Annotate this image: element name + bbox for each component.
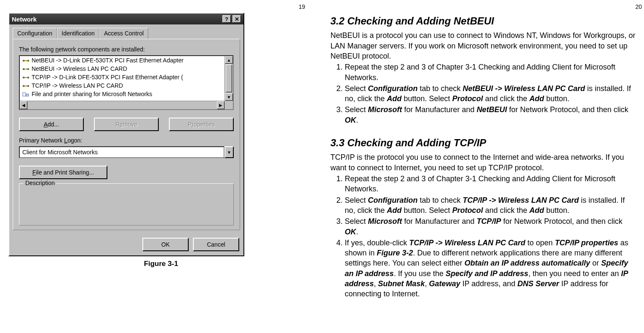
svg-rect-7 [27, 85, 29, 87]
heading-3-2: 3.2 Checking and Adding NetBEUI [331, 14, 636, 28]
emphasis: Obtain an IP address automatically [465, 259, 590, 267]
step-item: Select Microsoft for Manufacturer and TC… [345, 216, 636, 237]
protocol-icon [22, 58, 29, 63]
list-item-label: TCP/IP -> D-Link DFE-530TX PCI Fast Ethe… [32, 74, 183, 81]
intro-3-3: TCP/IP is the protocol you use to connec… [331, 152, 636, 173]
ok-button[interactable]: OK [142, 238, 189, 251]
components-listbox[interactable]: NetBEUI -> D-Link DFE-530TX PCI Fast Eth… [19, 55, 234, 110]
step-item: Select Configuration tab to check TCP/IP… [345, 195, 636, 216]
dialog-titlebar[interactable]: Network ? ✕ [9, 13, 243, 24]
steps-3-2: Repeat the step 2 and 3 of Chapter 3-1 C… [331, 62, 636, 125]
emphasis: Configuration [368, 84, 418, 93]
svg-rect-6 [23, 85, 24, 87]
svg-rect-8 [23, 93, 26, 96]
step-item: Select Microsoft for Manufacturer and Ne… [345, 105, 636, 125]
svg-rect-2 [23, 68, 24, 70]
svg-rect-1 [27, 60, 29, 62]
emphasis: Configuration [368, 196, 418, 204]
primary-logon-dropdown[interactable]: Client for Microsoft Networks ▼ [19, 146, 234, 158]
tab-configuration[interactable]: Configuration [13, 28, 57, 39]
page-left: 19 Network ? ✕ Configuration Identificat… [0, 0, 322, 333]
tab-panel-configuration: The following network components are ins… [13, 39, 240, 230]
svg-rect-9 [26, 94, 29, 96]
protocol-icon [22, 75, 29, 80]
file-print-sharing-button[interactable]: File and Print Sharing... [19, 166, 107, 179]
tab-identification[interactable]: Identification [57, 28, 99, 39]
emphasis: TCP/IP -> Wireless LAN PC Card [463, 196, 579, 204]
emphasis: Gateway [429, 279, 460, 288]
intro-3-2: NetBEUI is a protocol you can use to con… [331, 30, 636, 61]
emphasis: DNS Server [517, 279, 559, 288]
svg-rect-0 [23, 60, 24, 62]
list-item[interactable]: TCP/IP -> Wireless LAN PC CARD [20, 81, 224, 90]
scroll-right-icon[interactable]: ▶ [217, 101, 224, 109]
page-number-20: 20 [635, 3, 642, 10]
emphasis: Microsoft [368, 105, 402, 114]
emphasis: TCP/IP properties [555, 239, 618, 247]
properties-button[interactable]: Properties [169, 118, 234, 131]
close-button[interactable]: ✕ [232, 15, 241, 23]
emphasis: Protocol [452, 94, 483, 103]
step-item: If yes, double-click TCP/IP -> Wireless … [345, 238, 636, 299]
emphasis: Protocol [452, 206, 483, 215]
scroll-left-icon[interactable]: ◀ [20, 101, 27, 109]
emphasis: TCP/IP [477, 217, 501, 226]
step-item: Repeat the step 2 and 3 of Chapter 3-1 C… [345, 174, 636, 194]
list-item-label: NetBEUI -> Wireless LAN PC CARD [32, 65, 127, 72]
dialog-title: Network [12, 16, 37, 23]
steps-3-3: Repeat the step 2 and 3 of Chapter 3-1 C… [331, 174, 636, 299]
horizontal-scrollbar[interactable]: ◀ ▶ [20, 101, 224, 109]
emphasis: Specify and IP address [446, 269, 528, 278]
list-item[interactable]: TCP/IP -> D-Link DFE-530TX PCI Fast Ethe… [20, 73, 224, 81]
tab-strip: Configuration Identification Access Cont… [9, 24, 243, 39]
emphasis: Microsoft [368, 217, 402, 226]
emphasis: Add [387, 94, 402, 103]
list-item[interactable]: File and printer sharing for Microsoft N… [20, 90, 224, 98]
emphasis: Add [529, 94, 544, 103]
vertical-scrollbar[interactable]: ▲ ▼ [224, 56, 233, 101]
protocol-icon [22, 83, 29, 88]
tab-access-control[interactable]: Access Control [99, 28, 148, 39]
protocol-icon [22, 66, 29, 71]
cancel-button[interactable]: Cancel [193, 238, 239, 251]
emphasis: Add [387, 206, 402, 215]
emphasis: NetBEUI -> Wireless LAN PC Card [463, 84, 585, 93]
list-item-label: TCP/IP -> Wireless LAN PC CARD [32, 82, 123, 89]
primary-logon-label: Primary Network Logon: [19, 137, 234, 144]
network-dialog: Network ? ✕ Configuration Identification… [8, 13, 244, 256]
emphasis: NetBEUI [477, 105, 507, 114]
remove-button[interactable]: Remove [94, 118, 159, 131]
scroll-corner [224, 101, 233, 109]
scroll-down-icon[interactable]: ▼ [225, 93, 233, 101]
service-icon [22, 91, 29, 97]
help-button[interactable]: ? [222, 15, 231, 23]
chevron-down-icon[interactable]: ▼ [224, 146, 234, 158]
svg-rect-5 [27, 77, 29, 78]
emphasis: Figure 3-2 [377, 249, 413, 257]
step-item: Select Configuration tab to check NetBEU… [345, 83, 636, 104]
svg-rect-3 [27, 68, 29, 70]
step-item: Repeat the step 2 and 3 of Chapter 3-1 C… [345, 62, 636, 83]
emphasis: Add [529, 206, 544, 215]
close-icon: ✕ [235, 16, 239, 22]
add-button[interactable]: Add... [19, 118, 84, 131]
page-number-19: 19 [299, 3, 305, 10]
description-label: Description [24, 180, 56, 186]
emphasis: OK [345, 116, 356, 124]
scroll-up-icon[interactable]: ▲ [225, 56, 233, 64]
components-label: The following network components are ins… [19, 46, 234, 53]
page-right: 20 3.2 Checking and Adding NetBEUI NetBE… [322, 0, 644, 333]
description-groupbox: Description [19, 183, 234, 226]
list-item[interactable]: NetBEUI -> Wireless LAN PC CARD [20, 64, 224, 73]
svg-rect-4 [23, 77, 24, 78]
emphasis: TCP/IP -> Wireless LAN PC Card [409, 239, 526, 247]
list-item[interactable]: NetBEUI -> D-Link DFE-530TX PCI Fast Eth… [20, 56, 224, 64]
question-icon: ? [225, 16, 228, 22]
list-item-label: NetBEUI -> D-Link DFE-530TX PCI Fast Eth… [32, 57, 184, 64]
scroll-thumb[interactable] [226, 64, 232, 92]
list-item-label: File and printer sharing for Microsoft N… [32, 91, 152, 97]
emphasis: OK [345, 228, 356, 236]
figure-caption: Figure 3-1 [8, 260, 314, 268]
heading-3-3: 3.3 Checking and Adding TCP/IP [331, 136, 636, 150]
primary-logon-value: Client for Microsoft Networks [19, 146, 224, 158]
